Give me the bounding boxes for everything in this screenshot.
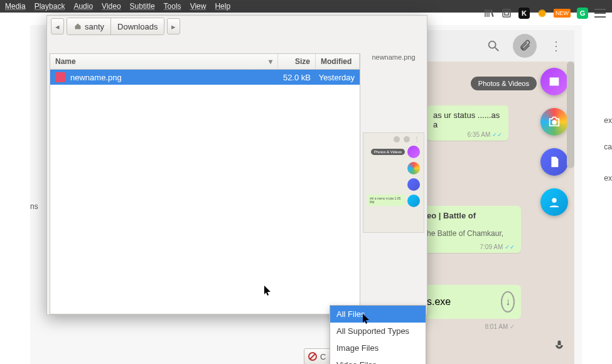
browser-toolbar: K ✺ NEW G — [483, 6, 606, 20]
message-time: 8:01 AM ✓ — [485, 323, 515, 330]
photos-fab[interactable] — [540, 68, 568, 95]
file-bubble[interactable]: s.exe ↓ 8:01 AM ✓ — [421, 285, 521, 319]
sidebar-trunc-text: ns — [30, 25, 48, 364]
dropdown-item-all-files[interactable]: All Files — [330, 306, 426, 323]
attach-icon[interactable] — [513, 34, 537, 58]
message-title: eo | Battle of — [427, 211, 515, 220]
right-trunc-1: ex — [604, 110, 612, 131]
thumb-dots-icon: ⋮ — [414, 136, 420, 142]
list-header: Name▾ Size Modified — [50, 54, 360, 70]
camera-fab[interactable] — [540, 108, 568, 136]
file-name-cell: newname.png — [70, 73, 273, 82]
attach-fab-column — [540, 68, 568, 216]
mouse-cursor-icon — [363, 314, 370, 325]
menu-subtitle[interactable]: Subtitle — [130, 2, 155, 11]
file-type-dropdown: All Files All Supported Types Image File… — [330, 305, 426, 364]
image-file-icon — [55, 72, 65, 82]
chat-scrollbar[interactable] — [567, 62, 574, 168]
svg-point-2 — [489, 41, 496, 48]
home-icon — [73, 23, 82, 30]
sunflower-icon[interactable]: ✺ — [536, 8, 547, 19]
dropdown-item-all-supported[interactable]: All Supported Types — [330, 323, 426, 340]
browser-menu-icon[interactable] — [594, 9, 606, 18]
photos-pill: Photos & Videos — [471, 77, 537, 90]
read-ticks-icon: ✓✓ — [492, 131, 502, 138]
file-open-dialog: ◂ santy Downloads ▸ Name▾ Size Modified … — [46, 15, 427, 315]
menu-help[interactable]: Help — [215, 2, 230, 11]
path-forward-button[interactable]: ▸ — [167, 18, 180, 35]
file-size-cell: 52.0 kB — [273, 73, 311, 82]
message-time: 7:09 AM ✓✓ — [480, 244, 515, 250]
svg-point-4 — [552, 120, 556, 124]
message-bubble: eo | Battle of he Battle of Chamkaur, 7:… — [421, 206, 521, 253]
path-downloads[interactable]: Downloads — [111, 18, 164, 35]
svg-line-3 — [495, 48, 499, 51]
file-modified-cell: Yesterday — [311, 73, 355, 82]
path-segments: santy Downloads — [67, 18, 164, 35]
sent-tick-icon: ✓ — [510, 323, 515, 330]
document-fab[interactable] — [540, 148, 568, 176]
right-trunc-2: ca — [604, 137, 612, 157]
grammarly-icon[interactable]: G — [577, 8, 588, 19]
menu-video[interactable]: Video — [102, 2, 121, 11]
search-icon[interactable] — [486, 39, 500, 53]
message-text: as ur status ......as a — [433, 110, 500, 129]
thumb-document-fab — [407, 178, 420, 191]
right-trunc-3: ex — [604, 168, 612, 188]
cancel-icon — [308, 352, 317, 361]
contact-fab[interactable] — [540, 188, 568, 216]
col-modified[interactable]: Modified — [316, 54, 360, 69]
download-icon[interactable]: ↓ — [501, 291, 515, 313]
message-bubble: as ur status ......as a 6:35 AM ✓✓ — [427, 105, 508, 141]
preview-pane: newname.png ⋮ Photos & Videos shi a menu… — [363, 53, 424, 233]
sort-indicator-icon: ▾ — [269, 57, 272, 66]
extension-k-icon[interactable]: K — [518, 8, 530, 19]
preview-thumbnail: ⋮ Photos & Videos shi a menu ni pta 1:05… — [363, 132, 424, 233]
file-list: Name▾ Size Modified newname.png 52.0 kB … — [50, 53, 360, 314]
new-badge-icon[interactable]: NEW — [554, 9, 571, 18]
thumb-photos-fab — [407, 146, 420, 158]
dropdown-item-video[interactable]: Video Files — [330, 356, 426, 364]
menu-view[interactable]: View — [190, 2, 207, 11]
menu-audio[interactable]: Audio — [73, 2, 93, 11]
reader-icon[interactable] — [501, 8, 512, 19]
thumb-search-icon — [394, 136, 400, 142]
thumb-pill: Photos & Videos — [371, 149, 405, 155]
thumb-bubble: shi a menu ni pta 1:05 PM — [367, 195, 405, 206]
path-bar: ◂ santy Downloads ▸ — [47, 16, 427, 37]
dropdown-item-image[interactable]: Image Files — [330, 340, 426, 356]
file-name: s.exe — [427, 296, 451, 308]
col-name[interactable]: Name▾ — [50, 54, 278, 69]
file-row[interactable]: newname.png 52.0 kB Yesterday — [50, 70, 360, 85]
library-icon[interactable] — [483, 8, 495, 19]
path-back-button[interactable]: ◂ — [51, 18, 64, 35]
svg-rect-1 — [505, 11, 508, 15]
menu-playback[interactable]: Playback — [35, 2, 65, 11]
menu-tools[interactable]: Tools — [164, 2, 181, 11]
menu-media[interactable]: Media — [5, 2, 26, 11]
menu-dots-icon[interactable]: ⋮ — [549, 39, 563, 53]
thumb-contact-fab — [407, 195, 420, 207]
svg-rect-0 — [503, 9, 510, 17]
preview-title: newname.png — [363, 53, 424, 61]
thumb-attach-icon — [404, 136, 410, 142]
thumb-camera-fab — [407, 162, 420, 174]
mic-icon[interactable] — [553, 339, 566, 351]
mouse-cursor-icon — [264, 286, 272, 297]
message-time: 6:35 AM ✓✓ — [468, 131, 502, 138]
svg-point-5 — [552, 198, 556, 203]
path-home[interactable]: santy — [67, 18, 111, 35]
col-size[interactable]: Size — [278, 54, 316, 69]
message-body: he Battle of Chamkaur, — [427, 229, 515, 238]
read-ticks-icon: ✓✓ — [505, 244, 515, 250]
